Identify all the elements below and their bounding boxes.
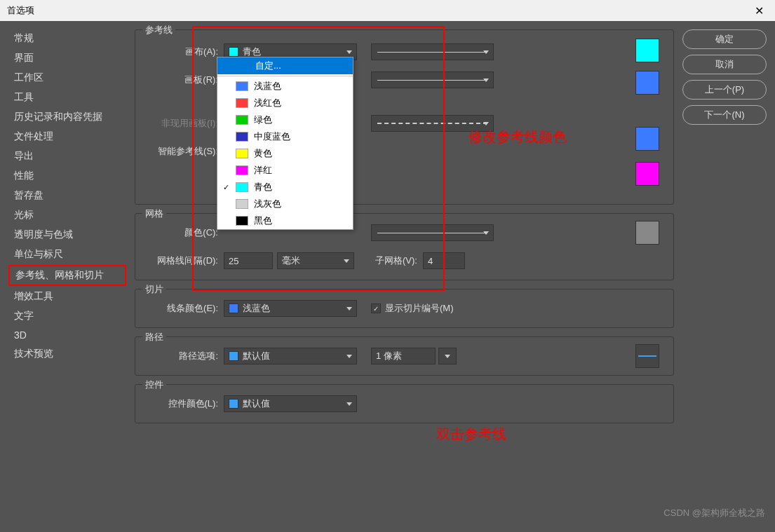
sidebar: 常规界面工作区工具历史记录和内容凭据文件处理导出性能暂存盘光标透明度与色域单位与… xyxy=(8,29,126,524)
sidebar-item[interactable]: 文字 xyxy=(8,307,126,325)
gridline-unit-select[interactable]: 毫米 xyxy=(277,252,354,269)
chevron-down-icon xyxy=(483,231,489,235)
path-pixel-select[interactable]: 1 像素 xyxy=(371,348,436,364)
path-preview-box xyxy=(635,344,659,368)
color-swatch-icon xyxy=(236,81,248,91)
color-swatch-icon xyxy=(236,216,248,226)
sidebar-item[interactable]: 性能 xyxy=(8,167,126,185)
sidebar-item[interactable]: 技术预览 xyxy=(8,345,126,363)
smart-label: 智能参考线(S): xyxy=(142,145,218,158)
path-pixel-chevron[interactable] xyxy=(438,348,457,364)
controls-color-label: 控件颜色(L): xyxy=(142,397,218,410)
sidebar-item[interactable]: 暂存盘 xyxy=(8,186,126,205)
gridline-label: 网格线间隔(D): xyxy=(142,254,218,267)
title-bar: 首选项 ✕ xyxy=(0,0,775,21)
smart-color-box[interactable] xyxy=(635,162,659,186)
main-panel: 参考线 画布(A): 青色 画板(R): 非现用画 xyxy=(135,29,674,524)
color-swatch-icon xyxy=(236,199,248,209)
show-slice-numbers-label: 显示切片编号(M) xyxy=(385,302,454,315)
controls-section: 控件 控件颜色(L): 默认值 xyxy=(135,384,674,423)
watermark: CSDN @架构师全栈之路 xyxy=(663,507,765,519)
grid-title: 网格 xyxy=(142,207,166,220)
gridline-input[interactable] xyxy=(224,252,273,269)
chevron-down-icon xyxy=(445,355,450,358)
color-dropdown-menu: 自定... 浅蓝色浅红色绿色中度蓝色黄色洋红✓青色浅灰色黑色 xyxy=(217,57,353,230)
dropdown-item[interactable]: ✓青色 xyxy=(217,179,353,196)
subgrid-label: 子网格(V): xyxy=(375,254,417,267)
inactive-line-select[interactable] xyxy=(371,115,494,132)
slices-title: 切片 xyxy=(142,283,166,296)
dropdown-item[interactable]: 浅红色 xyxy=(217,95,353,111)
canvas-color-box[interactable] xyxy=(635,39,659,62)
canvas-label: 画布(A): xyxy=(142,46,218,58)
guides-title: 参考线 xyxy=(142,24,175,36)
dropdown-item[interactable]: 绿色 xyxy=(217,111,353,128)
sidebar-item[interactable]: 3D xyxy=(8,327,126,343)
dropdown-item-custom[interactable]: 自定... xyxy=(217,57,353,74)
artboard-color-box[interactable] xyxy=(635,71,659,95)
chevron-down-icon xyxy=(344,259,349,263)
grid-color-box[interactable] xyxy=(635,221,659,245)
dropdown-divider xyxy=(217,76,353,76)
next-button[interactable]: 下一个(N) xyxy=(682,105,767,125)
show-slice-numbers-checkbox[interactable]: ✓ xyxy=(371,303,381,313)
lightblue-swatch-icon xyxy=(229,303,238,313)
guides-section: 参考线 画布(A): 青色 画板(R): 非现用画 xyxy=(135,29,674,205)
slice-color-select[interactable]: 浅蓝色 xyxy=(224,300,357,317)
controls-title: 控件 xyxy=(142,378,166,391)
artboard-line-select[interactable] xyxy=(371,71,494,88)
sidebar-item[interactable]: 单位与标尺 xyxy=(8,245,126,264)
path-option-label: 路径选项: xyxy=(142,350,218,362)
color-swatch-icon xyxy=(236,115,248,125)
chevron-down-icon xyxy=(346,307,352,311)
sidebar-item[interactable]: 增效工具 xyxy=(8,287,126,306)
grid-color-label: 颜色(C): xyxy=(142,226,218,239)
path-line-preview xyxy=(638,355,656,357)
check-icon: ✓ xyxy=(223,183,229,192)
artboard-label: 画板(R): xyxy=(142,74,218,86)
dropdown-item[interactable]: 洋红 xyxy=(217,162,353,179)
sidebar-item[interactable]: 工作区 xyxy=(8,69,126,87)
dropdown-item[interactable]: 黄色 xyxy=(217,145,353,162)
prev-button[interactable]: 上一个(P) xyxy=(682,80,767,100)
inactive-color-box[interactable] xyxy=(635,127,659,151)
sidebar-item[interactable]: 历史记录和内容凭据 xyxy=(8,108,126,126)
controls-color-select[interactable]: 默认值 xyxy=(224,395,357,412)
dropdown-item[interactable]: 浅蓝色 xyxy=(217,78,353,95)
close-button[interactable]: ✕ xyxy=(743,0,775,21)
grid-line-select[interactable] xyxy=(371,224,494,241)
dropdown-item[interactable]: 中度蓝色 xyxy=(217,128,353,145)
window-title: 首选项 xyxy=(7,4,34,17)
chevron-down-icon xyxy=(346,402,352,406)
color-swatch-icon xyxy=(236,182,248,192)
chevron-down-icon xyxy=(346,50,352,54)
sidebar-item[interactable]: 导出 xyxy=(8,147,126,165)
subgrid-input[interactable] xyxy=(423,252,465,269)
slices-section: 切片 线条颜色(E): 浅蓝色 ✓ 显示切片编号(M) xyxy=(135,289,674,328)
color-swatch-icon xyxy=(236,98,248,108)
sidebar-item[interactable]: 界面 xyxy=(8,49,126,67)
sidebar-item[interactable]: 文件处理 xyxy=(8,128,126,146)
canvas-line-select[interactable] xyxy=(371,43,494,60)
ok-button[interactable]: 确定 xyxy=(682,29,767,49)
path-option-select[interactable]: 默认值 xyxy=(224,348,357,364)
blue-swatch-icon xyxy=(229,399,238,409)
grid-section: 网格 颜色(C): 网格线间隔(D): 毫米 子网格(V): xyxy=(135,213,674,280)
sidebar-item[interactable]: 参考线、网格和切片 xyxy=(8,265,126,286)
sidebar-item[interactable]: 常规 xyxy=(8,29,126,48)
chevron-down-icon xyxy=(483,122,489,125)
sidebar-item[interactable]: 工具 xyxy=(8,88,126,107)
color-swatch-icon xyxy=(236,132,248,142)
cancel-button[interactable]: 取消 xyxy=(682,55,767,74)
dropdown-item[interactable]: 浅灰色 xyxy=(217,196,353,212)
chevron-down-icon xyxy=(346,355,352,358)
dropdown-item[interactable]: 黑色 xyxy=(217,212,353,229)
path-title: 路径 xyxy=(142,331,166,343)
blue-swatch-icon xyxy=(229,351,238,361)
color-swatch-icon xyxy=(236,149,248,158)
color-swatch-icon xyxy=(236,165,248,175)
cyan-swatch-icon xyxy=(229,47,238,57)
dialog-buttons: 确定 取消 上一个(P) 下一个(N) xyxy=(682,29,767,524)
sidebar-item[interactable]: 透明度与色域 xyxy=(8,226,126,244)
sidebar-item[interactable]: 光标 xyxy=(8,206,126,224)
